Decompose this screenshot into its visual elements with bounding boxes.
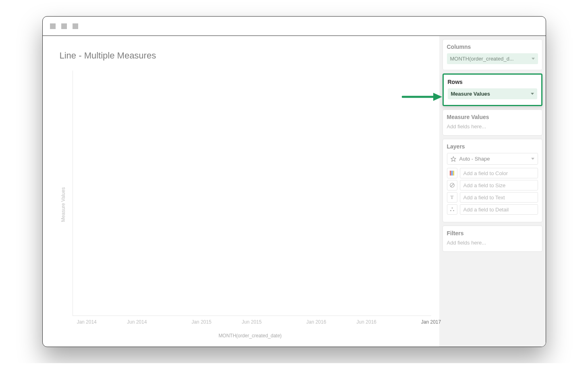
text-icon[interactable]: T (447, 192, 457, 203)
chevron-down-icon (531, 158, 534, 160)
star-icon (451, 156, 456, 162)
titlebar (43, 17, 546, 36)
svg-marker-2 (451, 157, 456, 161)
x-tick: Jun 2015 (242, 319, 262, 325)
rows-panel: Rows Measure Values (443, 73, 542, 106)
color-slot-row: Add a field to Color (447, 168, 538, 178)
plot-right: Jan 2014Jun 2014Jan 2015Jun 2015Jan 2016… (69, 71, 431, 339)
window-control-dot[interactable] (73, 23, 78, 29)
layer-type-label: Auto - Shape (459, 156, 490, 162)
detail-slot-row: Add a field to Detail (447, 204, 538, 215)
y-axis-label: Measure Values (60, 187, 66, 222)
color-slot[interactable]: Add a field to Color (460, 168, 538, 178)
filters-placeholder[interactable]: Add fields here... (447, 240, 538, 246)
x-tick: Jan 2016 (306, 319, 326, 325)
circle-icon (449, 182, 455, 188)
x-tick: Jun 2016 (357, 319, 376, 325)
window-control-dot[interactable] (61, 23, 67, 29)
filters-panel: Filters Add fields here... (443, 226, 542, 252)
x-axis-label: MONTH(order_created_date) (69, 333, 431, 339)
size-icon[interactable] (447, 180, 457, 190)
rows-panel-title: Rows (448, 79, 537, 85)
chevron-down-icon (532, 58, 535, 60)
columns-panel: Columns MONTH(order_created_d... (443, 39, 542, 70)
layers-panel-title: Layers (447, 143, 538, 150)
svg-point-6 (453, 210, 454, 211)
chart-title: Line - Multiple Measures (60, 50, 431, 61)
filters-panel-title: Filters (447, 230, 538, 236)
x-tick: Jan 2014 (77, 319, 96, 325)
x-axis-ticks: Jan 2014Jun 2014Jan 2015Jun 2015Jan 2016… (73, 319, 431, 326)
rows-pill-label: Measure Values (451, 91, 490, 97)
chart-area: Line - Multiple Measures Measure Values … (43, 36, 439, 347)
rows-pill[interactable]: Measure Values (448, 88, 537, 99)
svg-point-5 (450, 210, 451, 211)
measure-values-panel-title: Measure Values (447, 114, 538, 120)
detail-slot[interactable]: Add a field to Detail (460, 204, 538, 215)
text-slot[interactable]: Add a field to Text (460, 192, 538, 203)
size-slot[interactable]: Add a field to Size (460, 180, 538, 190)
size-slot-row: Add a field to Size (447, 180, 538, 190)
columns-pill-label: MONTH(order_created_d... (450, 56, 514, 62)
content-area: Line - Multiple Measures Measure Values … (43, 36, 546, 347)
svg-point-4 (451, 207, 453, 209)
window-control-dot[interactable] (50, 23, 56, 29)
columns-pill[interactable]: MONTH(order_created_d... (447, 53, 538, 64)
app-window: Line - Multiple Measures Measure Values … (42, 16, 546, 347)
x-tick: Jun 2014 (127, 319, 147, 325)
chevron-down-icon (531, 93, 534, 95)
x-tick: Jan 2017 (421, 319, 441, 325)
x-tick: Jan 2015 (191, 319, 211, 325)
dots-icon (449, 207, 455, 212)
layer-type-select[interactable]: Auto - Shape (447, 153, 538, 165)
sidebar: Columns MONTH(order_created_d... Rows Me… (439, 36, 546, 347)
plot-wrapper: Measure Values Jan 2014Jun 2014Jan 2015J… (57, 71, 431, 339)
y-axis-label-wrap: Measure Values (57, 71, 69, 339)
plot-box[interactable] (73, 71, 431, 316)
text-slot-row: T Add a field to Text (447, 192, 538, 203)
layers-panel: Layers Auto - Shape Add a field to Color (443, 139, 542, 222)
color-icon[interactable] (447, 168, 457, 178)
measure-values-panel: Measure Values Add fields here... (443, 109, 542, 136)
columns-panel-title: Columns (447, 44, 538, 50)
detail-icon[interactable] (447, 204, 457, 215)
measure-values-placeholder[interactable]: Add fields here... (447, 123, 538, 130)
